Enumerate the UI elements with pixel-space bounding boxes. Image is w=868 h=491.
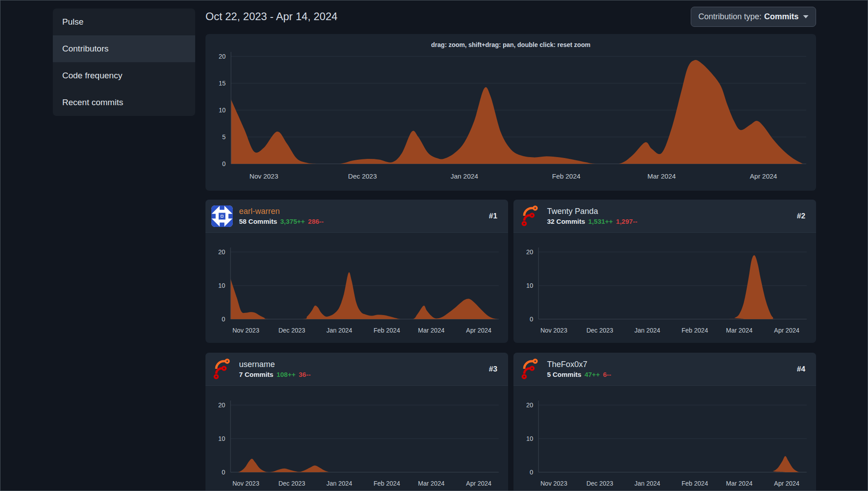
additions-count: 47++ [585, 371, 600, 378]
x-axis-month-label: Apr 2024 [765, 326, 809, 335]
contributor-card-username: username 7 Commits108++36-- #3 01020Nov … [205, 353, 508, 491]
y-axis-tick-label: 20 [205, 401, 225, 410]
x-axis-month-label: Jan 2024 [625, 326, 670, 335]
contributor-cards: earl-warren 58 Commits3,375++286-- #1 01… [205, 200, 816, 491]
overall-contributions-chart[interactable]: 05101520Nov 2023Dec 2023Jan 2024Feb 2024… [205, 34, 816, 191]
x-axis-month-label: Apr 2024 [765, 479, 809, 488]
contributor-card-earl-warren: earl-warren 58 Commits3,375++286-- #1 01… [205, 200, 508, 343]
additions-count: 108++ [277, 371, 296, 378]
deletions-count: 286-- [308, 218, 324, 225]
x-axis-month-label: Jan 2024 [442, 172, 487, 181]
overall-chart-panel: 05101520Nov 2023Dec 2023Jan 2024Feb 2024… [205, 34, 816, 191]
x-axis-month-label: Feb 2024 [364, 326, 409, 335]
contributor-name: TheFox0x7 [547, 360, 797, 370]
contributor-card-twenty-panda: Twenty Panda 32 Commits1,531++1,297-- #2… [513, 200, 816, 343]
y-axis-tick-label: 0 [205, 468, 225, 477]
y-axis-tick-label: 15 [205, 79, 226, 88]
deletions-count: 1,297-- [616, 218, 637, 225]
deletions-count: 36-- [299, 371, 311, 378]
contributor-card-header: username 7 Commits108++36-- #3 [205, 353, 508, 386]
sidebar-item-code-frequency[interactable]: Code frequency [53, 62, 195, 89]
forgejo-logo-avatar [211, 359, 233, 380]
x-axis-month-label: Nov 2023 [223, 479, 268, 488]
y-axis-tick-label: 10 [205, 434, 225, 443]
contributor-stats: 5 Commits47++6-- [547, 371, 797, 378]
y-axis-tick-label: 10 [205, 281, 225, 290]
contributor-stats: 7 Commits108++36-- [239, 371, 489, 378]
x-axis-month-label: Mar 2024 [409, 479, 453, 488]
contributor-card-header: earl-warren 58 Commits3,375++286-- #1 [205, 200, 508, 233]
contribution-type-value: Commits [764, 12, 799, 21]
commit-count: 32 Commits [547, 218, 585, 225]
contributor-chart[interactable]: 01020Nov 2023Dec 2023Jan 2024Feb 2024Mar… [205, 233, 508, 343]
x-axis-month-label: Feb 2024 [672, 326, 717, 335]
contributor-stats: 32 Commits1,531++1,297-- [547, 218, 797, 225]
dropdown-caret-icon [803, 15, 808, 18]
forgejo-logo-avatar [519, 359, 541, 380]
commit-count: 5 Commits [547, 371, 582, 378]
x-axis-month-label: Feb 2024 [364, 479, 409, 488]
contributor-stats: 58 Commits3,375++286-- [239, 218, 489, 225]
sidebar-item-contributors[interactable]: Contributors [53, 35, 195, 62]
sidebar-menu: Pulse Contributors Code frequency Recent… [53, 9, 195, 116]
x-axis-month-label: Jan 2024 [317, 326, 362, 335]
y-axis-tick-label: 10 [205, 106, 226, 115]
x-axis-month-label: Dec 2023 [269, 479, 314, 488]
contribution-type-label: Contribution type: [698, 12, 761, 21]
y-axis-tick-label: 20 [205, 248, 225, 256]
rank-badge: #1 [489, 212, 497, 221]
y-axis-tick-label: 10 [513, 434, 533, 443]
x-axis-month-label: Nov 2023 [241, 172, 286, 181]
x-axis-month-label: Apr 2024 [457, 326, 501, 335]
identicon-avatar [211, 205, 233, 227]
rank-badge: #3 [489, 365, 497, 374]
commit-count: 58 Commits [239, 218, 277, 225]
x-axis-month-label: Jan 2024 [625, 479, 670, 488]
x-axis-month-label: Nov 2023 [531, 326, 576, 335]
contributor-chart[interactable]: 01020Nov 2023Dec 2023Jan 2024Feb 2024Mar… [513, 233, 816, 343]
sidebar-item-pulse[interactable]: Pulse [53, 9, 195, 35]
y-axis-tick-label: 20 [513, 401, 533, 410]
contributor-name-link[interactable]: earl-warren [239, 207, 489, 217]
x-axis-month-label: Dec 2023 [577, 326, 622, 335]
contributor-chart[interactable]: 01020Nov 2023Dec 2023Jan 2024Feb 2024Mar… [205, 386, 508, 491]
forgejo-logo-avatar [519, 205, 541, 227]
y-axis-tick-label: 0 [205, 315, 225, 324]
additions-count: 3,375++ [280, 218, 305, 225]
x-axis-month-label: Feb 2024 [544, 172, 589, 181]
contributor-info: username 7 Commits108++36-- [239, 360, 489, 379]
forgejo-contributors-page: Pulse Contributors Code frequency Recent… [0, 0, 868, 491]
x-axis-month-label: Mar 2024 [717, 479, 761, 488]
contribution-type-dropdown[interactable]: Contribution type: Commits [691, 7, 816, 27]
x-axis-month-label: Nov 2023 [531, 479, 576, 488]
chart-zoom-hint: drag: zoom, shift+drag: pan, double clic… [205, 41, 816, 48]
x-axis-month-label: Mar 2024 [409, 326, 453, 335]
x-axis-month-label: Dec 2023 [577, 479, 622, 488]
deletions-count: 6-- [603, 371, 611, 378]
contributor-card-header: TheFox0x7 5 Commits47++6-- #4 [513, 353, 816, 386]
y-axis-tick-label: 20 [205, 52, 226, 61]
y-axis-tick-label: 0 [513, 468, 533, 477]
contributor-chart[interactable]: 01020Nov 2023Dec 2023Jan 2024Feb 2024Mar… [513, 386, 816, 491]
x-axis-month-label: Dec 2023 [269, 326, 314, 335]
x-axis-month-label: Dec 2023 [340, 172, 385, 181]
y-axis-tick-label: 10 [513, 281, 533, 290]
x-axis-month-label: Jan 2024 [317, 479, 362, 488]
date-range-heading: Oct 22, 2023 - Apr 14, 2024 [205, 10, 338, 23]
contributor-card-header: Twenty Panda 32 Commits1,531++1,297-- #2 [513, 200, 816, 233]
contributor-name: username [239, 360, 489, 370]
y-axis-tick-label: 0 [205, 159, 226, 168]
x-axis-month-label: Feb 2024 [672, 479, 717, 488]
x-axis-month-label: Apr 2024 [741, 172, 786, 181]
y-axis-tick-label: 5 [205, 132, 226, 141]
contributor-card-thefox0x7: TheFox0x7 5 Commits47++6-- #4 01020Nov 2… [513, 353, 816, 491]
sidebar-item-recent-commits[interactable]: Recent commits [53, 89, 195, 116]
x-axis-month-label: Apr 2024 [457, 479, 501, 488]
additions-count: 1,531++ [588, 218, 613, 225]
x-axis-month-label: Mar 2024 [639, 172, 684, 181]
x-axis-month-label: Mar 2024 [717, 326, 761, 335]
main-content: Oct 22, 2023 - Apr 14, 2024 Contribution… [205, 0, 816, 491]
x-axis-month-label: Nov 2023 [223, 326, 268, 335]
rank-badge: #2 [797, 212, 805, 221]
rank-badge: #4 [797, 365, 805, 374]
